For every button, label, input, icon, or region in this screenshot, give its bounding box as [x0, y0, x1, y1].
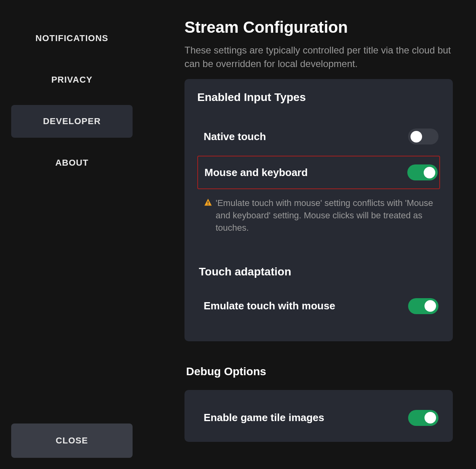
- sidebar-item-about[interactable]: ABOUT: [11, 146, 133, 179]
- close-button-label: CLOSE: [56, 435, 88, 445]
- sidebar-item-label: PRIVACY: [51, 75, 92, 85]
- mouse-keyboard-label: Mouse and keyboard: [204, 166, 308, 179]
- game-tile-row: Enable game tile images: [197, 402, 440, 434]
- emulate-touch-row: Emulate touch with mouse: [197, 290, 440, 322]
- panel-title: Enabled Input Types: [197, 91, 440, 104]
- sidebar-item-privacy[interactable]: PRIVACY: [11, 63, 133, 96]
- native-touch-row: Native touch: [197, 121, 440, 152]
- page-subtitle: These settings are typically controlled …: [184, 44, 453, 70]
- touch-adaptation-title: Touch adaptation: [199, 265, 440, 278]
- mouse-keyboard-toggle[interactable]: [407, 164, 438, 180]
- sidebar: NOTIFICATIONS PRIVACY DEVELOPER ABOUT CL…: [0, 0, 144, 469]
- sidebar-item-label: ABOUT: [55, 158, 88, 168]
- debug-options-title: Debug Options: [186, 365, 453, 378]
- toggle-knob: [411, 131, 422, 142]
- toggle-knob: [424, 412, 436, 423]
- game-tile-toggle[interactable]: [408, 410, 438, 426]
- main-content: Stream Configuration These settings are …: [144, 0, 476, 469]
- svg-rect-0: [208, 201, 208, 204]
- warning-text: 'Emulate touch with mouse' setting confl…: [216, 197, 434, 234]
- sidebar-item-label: DEVELOPER: [43, 116, 101, 126]
- native-touch-toggle[interactable]: [408, 129, 438, 144]
- emulate-touch-toggle[interactable]: [408, 298, 438, 314]
- native-touch-label: Native touch: [204, 131, 266, 143]
- emulate-touch-label: Emulate touch with mouse: [204, 300, 335, 312]
- page-title: Stream Configuration: [184, 18, 453, 36]
- warning-row: 'Emulate touch with mouse' setting confl…: [197, 192, 440, 234]
- warning-icon: [204, 198, 212, 210]
- sidebar-item-label: NOTIFICATIONS: [36, 33, 108, 43]
- toggle-knob: [424, 167, 435, 178]
- debug-options-panel: Enable game tile images: [184, 390, 453, 442]
- toggle-knob: [424, 300, 436, 312]
- game-tile-label: Enable game tile images: [204, 412, 324, 424]
- mouse-keyboard-row: Mouse and keyboard: [197, 156, 440, 189]
- sidebar-item-developer[interactable]: DEVELOPER: [11, 105, 133, 138]
- sidebar-item-notifications[interactable]: NOTIFICATIONS: [11, 22, 133, 55]
- svg-rect-1: [208, 204, 208, 205]
- enabled-input-types-panel: Enabled Input Types Native touch Mouse a…: [184, 79, 453, 341]
- close-button[interactable]: CLOSE: [11, 423, 133, 458]
- sidebar-items: NOTIFICATIONS PRIVACY DEVELOPER ABOUT: [11, 22, 133, 423]
